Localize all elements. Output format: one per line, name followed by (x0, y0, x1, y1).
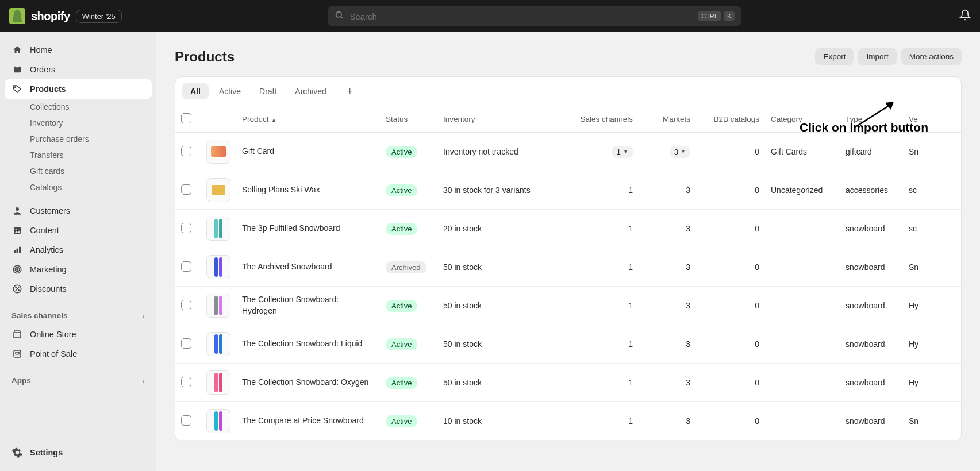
col-sales-channels[interactable]: Sales channels (570, 106, 639, 133)
sidebar-item-label: Orders (30, 65, 55, 74)
vendor-value: Sn (903, 133, 961, 171)
sidebar-item-discounts[interactable]: Discounts (5, 279, 152, 299)
sidebar-sub-catalogs[interactable]: Catalogs (5, 179, 152, 195)
markets-value: 3 (639, 248, 696, 287)
sidebar-item-analytics[interactable]: Analytics (5, 240, 152, 260)
sidebar-item-home[interactable]: Home (5, 40, 152, 60)
product-name[interactable]: The Compare at Price Snowboard (236, 402, 380, 441)
more-actions-button[interactable]: More actions (901, 48, 962, 65)
export-button[interactable]: Export (815, 48, 854, 65)
row-checkbox[interactable] (181, 415, 191, 426)
status-badge: Active (386, 184, 417, 196)
svg-rect-10 (19, 247, 21, 253)
sidebar-item-pos[interactable]: Point of Sale (5, 344, 152, 364)
tab-archived[interactable]: Archived (287, 83, 334, 99)
svg-rect-20 (16, 352, 19, 354)
markets-value: 3 ▼ (639, 133, 696, 171)
row-checkbox[interactable] (181, 338, 191, 349)
tab-draft[interactable]: Draft (251, 83, 285, 99)
product-name[interactable]: The 3p Fulfilled Snowboard (236, 210, 380, 248)
apps-header[interactable]: Apps › (5, 372, 152, 389)
vendor-value: Hy (903, 364, 961, 402)
markets-value: 3 (639, 325, 696, 364)
sidebar-item-content[interactable]: Content (5, 221, 152, 240)
sidebar-item-label: Discounts (30, 284, 67, 294)
vendor-value: Hy (903, 325, 961, 364)
edition-badge[interactable]: Winter '25 (76, 10, 122, 23)
notifications-icon[interactable] (959, 9, 971, 24)
status-badge: Active (386, 146, 417, 158)
table-row[interactable]: The Archived Snowboard Archived 50 in st… (175, 248, 961, 287)
search-box[interactable]: CTRL K (328, 6, 741, 26)
row-checkbox[interactable] (181, 377, 191, 387)
svg-point-7 (16, 229, 17, 230)
row-checkbox[interactable] (181, 223, 191, 233)
col-inventory[interactable]: Inventory (437, 106, 570, 133)
product-name[interactable]: Gift Card (236, 133, 380, 171)
col-product[interactable]: Product▲ (236, 106, 380, 133)
sales-channels-dropdown[interactable]: 1 ▼ (612, 146, 633, 158)
sidebar-sub-gift-cards[interactable]: Gift cards (5, 163, 152, 179)
table-row[interactable]: The Compare at Price Snowboard Active 10… (175, 402, 961, 441)
type-value: accessories (840, 171, 903, 210)
svg-point-0 (336, 12, 341, 17)
table-row[interactable]: Selling Plans Ski Wax Active 30 in stock… (175, 171, 961, 210)
sidebar-item-label: Marketing (30, 265, 67, 274)
sidebar-item-label: Online Store (30, 330, 76, 339)
product-name[interactable]: The Collection Snowboard: Liquid (236, 325, 380, 364)
col-markets[interactable]: Markets (639, 106, 696, 133)
tab-active[interactable]: Active (211, 83, 249, 99)
svg-rect-3 (16, 65, 19, 67)
table-row[interactable]: The Collection Snowboard: Oxygen Active … (175, 364, 961, 402)
vendor-value: Sn (903, 402, 961, 441)
svg-rect-9 (17, 249, 18, 253)
col-status[interactable]: Status (380, 106, 437, 133)
sidebar-sub-inventory[interactable]: Inventory (5, 115, 152, 131)
import-button[interactable]: Import (858, 48, 896, 65)
sidebar-item-products[interactable]: Products (5, 79, 152, 99)
sidebar-item-marketing[interactable]: Marketing (5, 260, 152, 279)
add-tab-button[interactable]: + (341, 83, 359, 100)
select-all-checkbox[interactable] (181, 113, 191, 123)
sales-channels-header[interactable]: Sales channels › (5, 307, 152, 325)
content-icon (11, 225, 23, 236)
sales-channels-value: 1 (570, 402, 639, 441)
logo-group[interactable]: shopify Winter '25 (9, 8, 122, 24)
b2b-value: 0 (696, 171, 765, 210)
svg-point-17 (18, 290, 20, 291)
sidebar-item-orders[interactable]: Orders (5, 60, 152, 79)
tabs-bar: All Active Draft Archived + (175, 77, 961, 106)
search-input[interactable] (349, 11, 692, 21)
markets-dropdown[interactable]: 3 ▼ (670, 146, 690, 158)
sidebar-item-settings[interactable]: Settings (5, 442, 152, 463)
sidebar-sub-collections[interactable]: Collections (5, 99, 152, 115)
sidebar-item-customers[interactable]: Customers (5, 201, 152, 221)
sidebar-item-online-store[interactable]: Online Store (5, 325, 152, 344)
table-row[interactable]: The Collection Snowboard: Liquid Active … (175, 325, 961, 364)
product-name[interactable]: Selling Plans Ski Wax (236, 171, 380, 210)
sidebar-item-label: Products (30, 84, 66, 94)
col-b2b[interactable]: B2B catalogs (696, 106, 765, 133)
sidebar-sub-purchase-orders[interactable]: Purchase orders (5, 131, 152, 147)
row-checkbox[interactable] (181, 261, 191, 272)
svg-point-13 (17, 269, 18, 270)
table-row[interactable]: Gift Card Active Inventory not tracked 1… (175, 133, 961, 171)
markets-value: 3 (639, 287, 696, 325)
sidebar-sub-transfers[interactable]: Transfers (5, 147, 152, 163)
row-checkbox[interactable] (181, 300, 191, 310)
b2b-value: 0 (696, 325, 765, 364)
product-thumbnail (206, 370, 230, 395)
b2b-value: 0 (696, 210, 765, 248)
product-name[interactable]: The Archived Snowboard (236, 248, 380, 287)
product-name[interactable]: The Collection Snowboard: Oxygen (236, 364, 380, 402)
shopify-logo-icon (9, 8, 25, 24)
svg-rect-18 (14, 333, 21, 338)
product-thumbnail (206, 140, 230, 164)
row-checkbox[interactable] (181, 184, 191, 195)
sidebar: Home Orders Products Collections Invento… (0, 32, 156, 471)
row-checkbox[interactable] (181, 146, 191, 156)
product-name[interactable]: The Collection Snowboard: Hydrogen (236, 287, 380, 325)
tab-all[interactable]: All (182, 83, 209, 99)
table-row[interactable]: The 3p Fulfilled Snowboard Active 20 in … (175, 210, 961, 248)
table-row[interactable]: The Collection Snowboard: Hydrogen Activ… (175, 287, 961, 325)
